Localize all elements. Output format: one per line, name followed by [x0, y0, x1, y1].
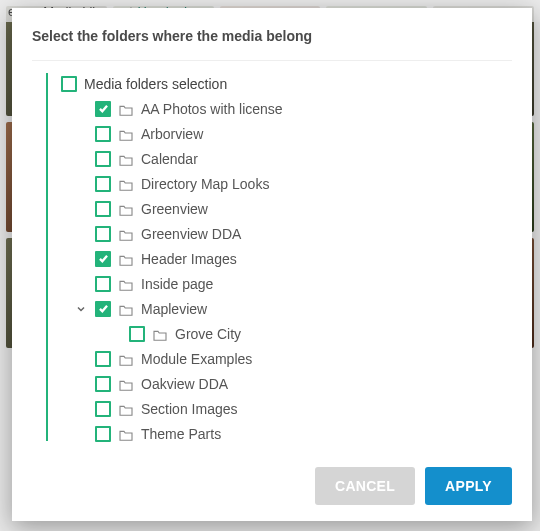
- folder-label[interactable]: Calendar: [141, 151, 198, 167]
- folder-icon: [118, 302, 134, 315]
- checkbox[interactable]: [95, 276, 111, 292]
- folder-icon: [118, 177, 134, 190]
- folder-icon: [118, 402, 134, 415]
- folder-label[interactable]: AA Photos with license: [141, 101, 283, 117]
- folder-icon: [118, 252, 134, 265]
- checkbox[interactable]: [95, 126, 111, 142]
- checkbox[interactable]: [61, 76, 77, 92]
- folder-tree: Media folders selectionAA Photos with li…: [32, 60, 512, 453]
- folder-icon: [118, 352, 134, 365]
- folder-icon: [118, 202, 134, 215]
- folder-icon: [118, 152, 134, 165]
- folder-label[interactable]: Header Images: [141, 251, 237, 267]
- folder-label[interactable]: Directory Map Looks: [141, 176, 269, 192]
- tree-root-label[interactable]: Media folders selection: [84, 76, 227, 92]
- folder-label[interactable]: Section Images: [141, 401, 238, 417]
- checkbox[interactable]: [95, 376, 111, 392]
- checkbox[interactable]: [95, 226, 111, 242]
- checkbox[interactable]: [129, 326, 145, 342]
- modal-footer: CANCEL APPLY: [32, 453, 512, 505]
- folder-icon: [118, 127, 134, 140]
- folder-icon: [118, 427, 134, 440]
- folder-icon: [118, 277, 134, 290]
- folder-select-modal: Select the folders where the media belon…: [12, 8, 532, 521]
- folder-icon: [118, 102, 134, 115]
- checkbox[interactable]: [95, 426, 111, 442]
- folder-label[interactable]: Greenview DDA: [141, 226, 241, 242]
- checkbox[interactable]: [95, 201, 111, 217]
- folder-label[interactable]: Arborview: [141, 126, 203, 142]
- checkbox[interactable]: [95, 301, 111, 317]
- apply-button[interactable]: APPLY: [425, 467, 512, 505]
- folder-label[interactable]: Greenview: [141, 201, 208, 217]
- checkbox[interactable]: [95, 151, 111, 167]
- folder-label[interactable]: Inside page: [141, 276, 213, 292]
- folder-label[interactable]: Mapleview: [141, 301, 207, 317]
- checkbox[interactable]: [95, 101, 111, 117]
- checkbox[interactable]: [95, 351, 111, 367]
- folder-label[interactable]: Oakview DDA: [141, 376, 228, 392]
- checkbox[interactable]: [95, 251, 111, 267]
- folder-icon: [118, 227, 134, 240]
- folder-label[interactable]: Theme Parts: [141, 426, 221, 442]
- folder-label[interactable]: Grove City: [175, 326, 241, 342]
- checkbox[interactable]: [95, 176, 111, 192]
- folder-icon: [118, 377, 134, 390]
- expander-icon[interactable]: [74, 302, 88, 316]
- cancel-button[interactable]: CANCEL: [315, 467, 415, 505]
- checkbox[interactable]: [95, 401, 111, 417]
- folder-icon: [152, 327, 168, 340]
- folder-label[interactable]: Module Examples: [141, 351, 252, 367]
- modal-title: Select the folders where the media belon…: [32, 28, 512, 44]
